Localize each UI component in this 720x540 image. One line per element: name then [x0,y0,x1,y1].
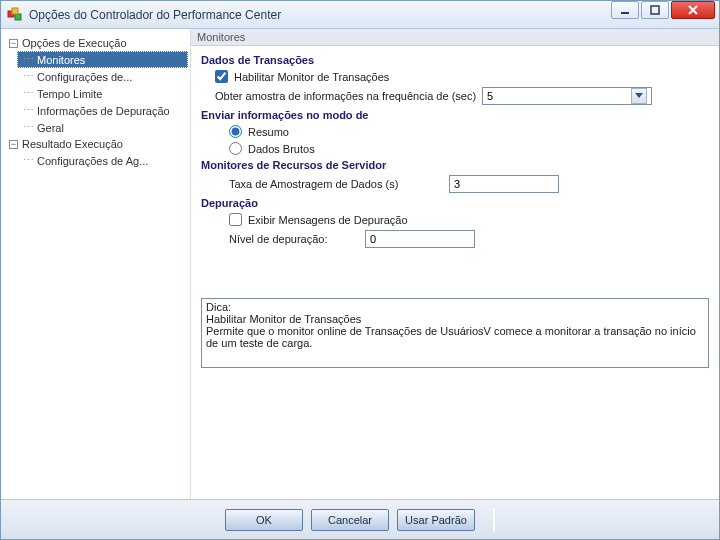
window-controls [611,1,715,23]
mode-summary-radio[interactable] [229,125,242,138]
row-mode-raw: Dados Brutos [229,142,709,155]
tree-item-configuracoes[interactable]: ⋯Configurações de... [17,68,188,85]
tree-item-geral[interactable]: ⋯Geral [17,119,188,136]
row-debug-level: Nível de depuração: [229,230,709,248]
tree-connector-icon: ⋯ [23,70,33,83]
section-title-debug: Depuração [201,197,709,209]
frequency-label: Obter amostra de informações na frequênc… [215,90,476,102]
tree-connector-icon: ⋯ [23,104,33,117]
resize-grip[interactable] [493,508,495,532]
hint-box: Dica: Habilitar Monitor de Transações Pe… [201,298,709,368]
section-title-transactions: Dados de Transações [201,54,709,66]
hint-body: Permite que o monitor online de Transaçõ… [206,325,704,349]
hint-title: Dica: [206,301,704,313]
collapse-icon[interactable]: − [9,39,18,48]
dialog-button-row: OK Cancelar Usar Padrão [1,499,719,539]
svg-rect-2 [12,8,18,14]
show-debug-label: Exibir Mensagens de Depuração [248,214,408,226]
app-icon [7,7,23,23]
tree-item-label: Informações de Depuração [37,105,170,117]
tree-node-label: Opções de Execução [22,37,127,49]
row-frequency: Obter amostra de informações na frequênc… [215,87,709,105]
tree-children: ⋯Monitores ⋯Configurações de... ⋯Tempo L… [17,51,188,136]
client-area: − Opções de Execução ⋯Monitores ⋯Configu… [1,29,719,499]
titlebar: Opções do Controlador do Performance Cen… [1,1,719,29]
row-mode-summary: Resumo [229,125,709,138]
svg-rect-3 [621,12,629,14]
row-show-debug: Exibir Mensagens de Depuração [229,213,709,226]
tree-item-label: Geral [37,122,64,134]
collapse-icon[interactable]: − [9,140,18,149]
panel-header: Monitores [191,29,719,46]
tree-item-label: Tempo Limite [37,88,102,100]
tree-children: ⋯Configurações de Ag... [17,152,188,169]
window: Opções do Controlador do Performance Cen… [0,0,720,540]
row-sample-rate: Taxa de Amostragem de Dados (s) [229,175,709,193]
cancel-button[interactable]: Cancelar [311,509,389,531]
debug-level-input[interactable] [365,230,475,248]
section-title-sendmode: Enviar informações no modo de [201,109,709,121]
chevron-down-icon [635,93,643,99]
use-default-button[interactable]: Usar Padrão [397,509,475,531]
tree-item-monitores[interactable]: ⋯Monitores [17,51,188,68]
tree-item-tempo-limite[interactable]: ⋯Tempo Limite [17,85,188,102]
sample-rate-input[interactable] [449,175,559,193]
enable-monitor-checkbox[interactable] [215,70,228,83]
tree-connector-icon: ⋯ [23,121,33,134]
row-enable-monitor: Habilitar Monitor de Transações [215,70,709,83]
panel-body: Dados de Transações Habilitar Monitor de… [191,46,719,499]
tree-item-label: Configurações de... [37,71,132,83]
tree-node-label: Resultado Execução [22,138,123,150]
frequency-value: 5 [487,90,631,102]
tree-node-resultado-exec[interactable]: − Resultado Execução [3,136,188,152]
sample-rate-label: Taxa de Amostragem de Dados (s) [229,178,449,190]
close-button[interactable] [671,1,715,19]
window-title: Opções do Controlador do Performance Cen… [29,8,611,22]
frequency-select[interactable]: 5 [482,87,652,105]
ok-button[interactable]: OK [225,509,303,531]
section-title-servermon: Monitores de Recursos de Servidor [201,159,709,171]
enable-monitor-label: Habilitar Monitor de Transações [234,71,389,83]
mode-summary-label: Resumo [248,126,289,138]
debug-level-label: Nível de depuração: [229,233,365,245]
minimize-button[interactable] [611,1,639,19]
tree-connector-icon: ⋯ [23,87,33,100]
nav-tree: − Opções de Execução ⋯Monitores ⋯Configu… [1,29,191,499]
tree-item-label: Configurações de Ag... [37,155,148,167]
settings-panel: Monitores Dados de Transações Habilitar … [191,29,719,499]
svg-rect-1 [15,14,21,20]
maximize-button[interactable] [641,1,669,19]
tree-item-info-depuracao[interactable]: ⋯Informações de Depuração [17,102,188,119]
tree-connector-icon: ⋯ [23,154,33,167]
show-debug-checkbox[interactable] [229,213,242,226]
tree-node-exec-options[interactable]: − Opções de Execução [3,35,188,51]
hint-heading: Habilitar Monitor de Transações [206,313,704,325]
mode-raw-label: Dados Brutos [248,143,315,155]
dropdown-button[interactable] [631,88,647,104]
tree-item-label: Monitores [37,54,85,66]
tree-connector-icon: ⋯ [23,53,33,66]
tree-item-config-agente[interactable]: ⋯Configurações de Ag... [17,152,188,169]
mode-raw-radio[interactable] [229,142,242,155]
svg-rect-4 [651,6,659,14]
